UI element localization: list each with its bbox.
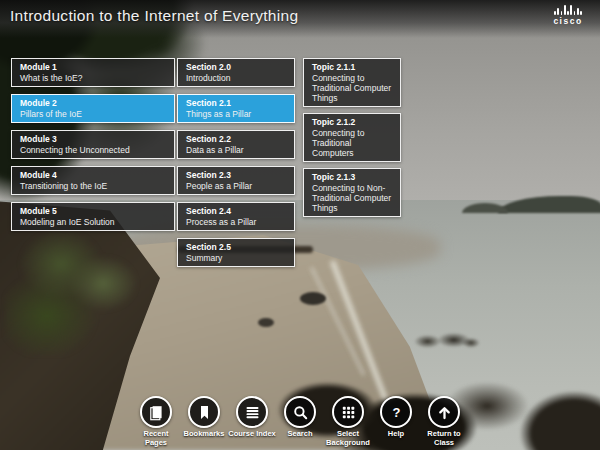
section-subtitle: Things as a Pillar bbox=[186, 109, 286, 119]
help-button[interactable]: ? Help bbox=[372, 396, 420, 447]
module-title: Module 2 bbox=[20, 98, 166, 109]
recent-pages-button[interactable]: Recent Pages bbox=[132, 396, 180, 447]
toolbar-label: Bookmarks bbox=[184, 430, 225, 439]
photo-rocks-in-water bbox=[405, 326, 480, 354]
topic-subtitle: Connecting to Traditional Computers bbox=[312, 128, 392, 158]
section-item-2-2[interactable]: Section 2.2 Data as a Pillar bbox=[177, 130, 295, 159]
section-title: Section 2.2 bbox=[186, 134, 286, 145]
header-bar: Introduction to the Internet of Everythi… bbox=[0, 0, 600, 38]
section-subtitle: Data as a Pillar bbox=[186, 145, 286, 155]
select-background-button[interactable]: Select Background bbox=[324, 396, 372, 447]
module-subtitle: Pillars of the IoE bbox=[20, 109, 166, 119]
module-subtitle: Transitioning to the IoE bbox=[20, 181, 166, 191]
modules-column: Module 1 What is the IoE? Module 2 Pilla… bbox=[11, 58, 175, 238]
photo-rocks bbox=[300, 292, 326, 305]
search-icon bbox=[284, 396, 316, 428]
topic-title: Topic 2.1.1 bbox=[312, 62, 392, 73]
search-button[interactable]: Search bbox=[276, 396, 324, 447]
section-item-2-3[interactable]: Section 2.3 People as a Pillar bbox=[177, 166, 295, 195]
topic-subtitle: Connecting to Traditional Computer Thing… bbox=[312, 73, 392, 103]
topic-subtitle: Connecting to Non-Traditional Computer T… bbox=[312, 183, 392, 213]
module-title: Module 3 bbox=[20, 134, 166, 145]
photo-island-silhouette bbox=[498, 196, 600, 213]
toolbar-label: Recent Pages bbox=[132, 430, 180, 447]
module-title: Module 4 bbox=[20, 170, 166, 181]
module-subtitle: Connecting the Unconnected bbox=[20, 145, 166, 155]
help-icon: ? bbox=[380, 396, 412, 428]
return-to-class-icon bbox=[428, 396, 460, 428]
page-title: Introduction to the Internet of Everythi… bbox=[10, 7, 298, 25]
bookmarks-button[interactable]: Bookmarks bbox=[180, 396, 228, 447]
section-title: Section 2.4 bbox=[186, 206, 286, 217]
section-title: Section 2.3 bbox=[186, 170, 286, 181]
section-title: Section 2.0 bbox=[186, 62, 286, 73]
toolbar-label: Return to Class bbox=[420, 430, 468, 447]
photo-surf-foam bbox=[310, 267, 365, 376]
section-subtitle: People as a Pillar bbox=[186, 181, 286, 191]
module-item-4[interactable]: Module 4 Transitioning to the IoE bbox=[11, 166, 175, 195]
module-item-1[interactable]: Module 1 What is the IoE? bbox=[11, 58, 175, 87]
select-background-icon bbox=[332, 396, 364, 428]
course-index-icon bbox=[236, 396, 268, 428]
section-item-2-4[interactable]: Section 2.4 Process as a Pillar bbox=[177, 202, 295, 231]
section-subtitle: Process as a Pillar bbox=[186, 217, 286, 227]
topic-item-2-1-2[interactable]: Topic 2.1.2 Connecting to Traditional Co… bbox=[303, 113, 401, 162]
module-item-3[interactable]: Module 3 Connecting the Unconnected bbox=[11, 130, 175, 159]
module-item-5[interactable]: Module 5 Modeling an IoE Solution bbox=[11, 202, 175, 231]
section-item-2-1[interactable]: Section 2.1 Things as a Pillar bbox=[177, 94, 295, 123]
module-title: Module 5 bbox=[20, 206, 166, 217]
photo-rocks bbox=[258, 318, 274, 327]
photo-moss bbox=[5, 225, 145, 355]
photo-rocks bbox=[520, 388, 600, 450]
topic-title: Topic 2.1.2 bbox=[312, 117, 392, 128]
section-subtitle: Introduction bbox=[186, 73, 286, 83]
section-subtitle: Summary bbox=[186, 253, 286, 263]
toolbar-label: Select Background bbox=[324, 430, 372, 447]
photo-island-silhouette bbox=[462, 203, 508, 213]
module-subtitle: What is the IoE? bbox=[20, 73, 166, 83]
toolbar-label: Search bbox=[287, 430, 312, 439]
toolbar-label: Help bbox=[388, 430, 404, 439]
section-title: Section 2.1 bbox=[186, 98, 286, 109]
course-index-button[interactable]: Course Index bbox=[228, 396, 276, 447]
course-index-screen: Introduction to the Internet of Everythi… bbox=[0, 0, 600, 450]
cisco-bridge-icon bbox=[546, 5, 590, 15]
svg-text:?: ? bbox=[392, 405, 400, 420]
module-item-2[interactable]: Module 2 Pillars of the IoE bbox=[11, 94, 175, 123]
module-title: Module 1 bbox=[20, 62, 166, 73]
return-to-class-button[interactable]: Return to Class bbox=[420, 396, 468, 447]
sections-column: Section 2.0 Introduction Section 2.1 Thi… bbox=[177, 58, 295, 274]
toolbar-label: Course Index bbox=[228, 430, 276, 439]
recent-pages-icon bbox=[140, 396, 172, 428]
section-title: Section 2.5 bbox=[186, 242, 286, 253]
topic-item-2-1-3[interactable]: Topic 2.1.3 Connecting to Non-Traditiona… bbox=[303, 168, 401, 217]
topic-title: Topic 2.1.3 bbox=[312, 172, 392, 183]
cisco-wordmark: cisco bbox=[546, 16, 590, 26]
topic-item-2-1-1[interactable]: Topic 2.1.1 Connecting to Traditional Co… bbox=[303, 58, 401, 107]
bottom-toolbar: Recent Pages Bookmarks Course Index bbox=[132, 396, 468, 447]
module-subtitle: Modeling an IoE Solution bbox=[20, 217, 166, 227]
section-item-2-0[interactable]: Section 2.0 Introduction bbox=[177, 58, 295, 87]
section-item-2-5[interactable]: Section 2.5 Summary bbox=[177, 238, 295, 267]
topics-column: Topic 2.1.1 Connecting to Traditional Co… bbox=[303, 58, 401, 223]
bookmarks-icon bbox=[188, 396, 220, 428]
cisco-logo: cisco bbox=[546, 5, 590, 26]
